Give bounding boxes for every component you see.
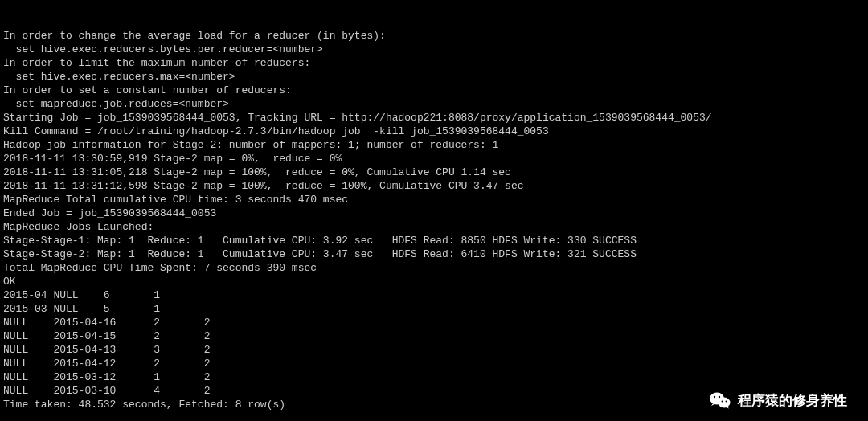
terminal-line: set mapreduce.job.reduces=<number>	[3, 97, 865, 111]
terminal-line: Starting Job = job_1539039568444_0053, T…	[3, 111, 865, 125]
terminal-line: Stage-Stage-1: Map: 1 Reduce: 1 Cumulati…	[3, 234, 865, 247]
svg-point-3	[719, 396, 720, 398]
svg-point-1	[719, 398, 731, 408]
terminal-line: set hive.exec.reducers.max=<number>	[3, 70, 865, 84]
terminal-line: NULL 2015-04-13 3 2	[3, 343, 865, 357]
terminal-line: NULL 2015-03-12 1 2	[3, 370, 865, 384]
terminal-line: In order to change the average load for …	[3, 29, 865, 43]
terminal-line: In order to set a constant number of red…	[3, 84, 865, 97]
terminal-line: 2015-03 NULL 5 1	[3, 302, 865, 316]
terminal-line: Ended Job = job_1539039568444_0053	[3, 206, 865, 220]
terminal-output[interactable]: In order to change the average load for …	[0, 0, 868, 421]
svg-point-5	[726, 401, 727, 403]
wechat-icon	[709, 390, 731, 410]
terminal-line: Hadoop job information for Stage-2: numb…	[3, 138, 865, 152]
terminal-line: OK	[3, 275, 865, 288]
terminal-line: Kill Command = /root/training/hadoop-2.7…	[3, 125, 865, 138]
terminal-line: set hive.exec.reducers.bytes.per.reducer…	[3, 43, 865, 56]
terminal-line: MapReduce Total cumulative CPU time: 3 s…	[3, 193, 865, 206]
terminal-line: 2018-11-11 13:31:05,218 Stage-2 map = 10…	[3, 166, 865, 179]
svg-point-4	[722, 401, 723, 403]
terminal-line: MapReduce Jobs Launched:	[3, 220, 865, 234]
terminal-line: In order to limit the maximum number of …	[3, 56, 865, 70]
watermark: 程序猿的修身养性	[709, 390, 847, 410]
svg-point-2	[714, 396, 715, 398]
terminal-line: NULL 2015-04-12 2 2	[3, 357, 865, 370]
terminal-line: NULL 2015-04-16 2 2	[3, 316, 865, 329]
terminal-line: 2018-11-11 13:31:12,598 Stage-2 map = 10…	[3, 179, 865, 193]
terminal-line: Total MapReduce CPU Time Spent: 7 second…	[3, 261, 865, 275]
watermark-text: 程序猿的修身养性	[738, 394, 847, 407]
terminal-line: 2015-04 NULL 6 1	[3, 288, 865, 302]
terminal-line: Stage-Stage-2: Map: 1 Reduce: 1 Cumulati…	[3, 247, 865, 261]
terminal-line: 2018-11-11 13:30:59,919 Stage-2 map = 0%…	[3, 152, 865, 166]
terminal-line: NULL 2015-04-15 2 2	[3, 329, 865, 343]
